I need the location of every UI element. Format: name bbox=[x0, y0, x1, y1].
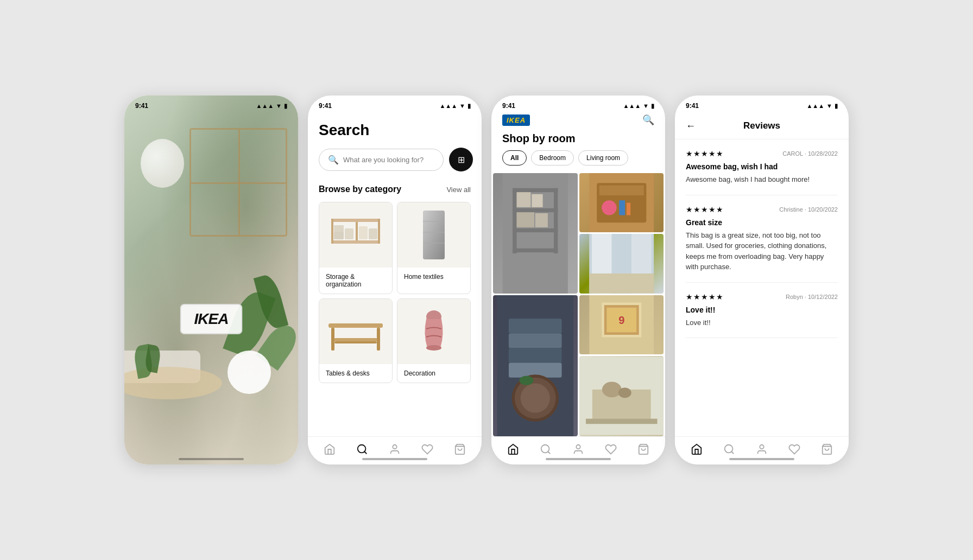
review-3-author: Robyn · 10/12/2022 bbox=[786, 294, 838, 300]
room-img-1-svg bbox=[493, 173, 578, 294]
svg-rect-33 bbox=[554, 188, 558, 253]
svg-rect-32 bbox=[513, 188, 516, 253]
wifi-icon: ▼ bbox=[276, 103, 282, 109]
ikea-logo-text: IKEA bbox=[194, 310, 229, 327]
nav-search[interactable] bbox=[356, 443, 368, 458]
reviews-home-indicator bbox=[729, 458, 794, 460]
svg-point-41 bbox=[602, 200, 616, 215]
nav-favorites[interactable] bbox=[421, 443, 433, 458]
reviews-nav-favorites[interactable] bbox=[788, 443, 800, 458]
vase-icon bbox=[418, 307, 450, 356]
room-tab-bedroom[interactable]: Bedroom bbox=[531, 150, 574, 166]
home-indicator bbox=[179, 458, 244, 460]
room-tab-living[interactable]: Living room bbox=[578, 150, 628, 166]
review-2-author: Christine · 10/20/2022 bbox=[779, 206, 838, 213]
reviews-nav-profile[interactable] bbox=[756, 443, 768, 458]
svg-rect-29 bbox=[513, 208, 558, 212]
search-icon: 🔍 bbox=[328, 155, 339, 165]
svg-rect-7 bbox=[345, 228, 353, 239]
review-2-stars: ★★★★★ bbox=[686, 205, 724, 214]
room-img-6 bbox=[579, 356, 664, 436]
svg-rect-50 bbox=[509, 319, 562, 333]
search-input-wrap[interactable]: 🔍 bbox=[319, 149, 444, 171]
room-nav-home[interactable] bbox=[507, 443, 519, 458]
svg-rect-17 bbox=[334, 338, 377, 341]
room-tabs: All Bedroom Living room bbox=[491, 150, 665, 173]
svg-text:9: 9 bbox=[618, 314, 624, 326]
room-img-3 bbox=[579, 234, 664, 293]
room-img-3-svg bbox=[579, 234, 664, 293]
review-3-stars: ★★★★★ bbox=[686, 292, 724, 301]
category-img-storage bbox=[319, 202, 392, 268]
svg-rect-10 bbox=[369, 228, 377, 239]
room-signal-icon: ▲▲▲ bbox=[623, 103, 641, 109]
nav-home[interactable] bbox=[324, 443, 336, 458]
svg-rect-4 bbox=[378, 219, 380, 244]
qr-scan-button[interactable]: ⊞ bbox=[449, 148, 473, 171]
svg-rect-37 bbox=[535, 213, 548, 227]
category-img-textiles bbox=[397, 202, 470, 268]
back-button[interactable]: ← bbox=[686, 120, 696, 132]
review-3-meta: ★★★★★ Robyn · 10/12/2022 bbox=[686, 292, 838, 301]
reviews-status-icons: ▲▲▲ ▼ ▮ bbox=[806, 103, 838, 110]
reviews-nav-cart[interactable] bbox=[821, 443, 833, 458]
search-screen: 9:41 ▲▲▲ ▼ ▮ Search 🔍 ⊞ bbox=[308, 96, 482, 464]
search-home-indicator bbox=[362, 458, 427, 460]
svg-rect-9 bbox=[359, 226, 368, 239]
category-card-decoration[interactable]: Decoration bbox=[397, 298, 471, 383]
nav-profile[interactable] bbox=[389, 443, 401, 458]
svg-point-74 bbox=[760, 445, 763, 449]
review-item-2: ★★★★★ Christine · 10/20/2022 Great size … bbox=[686, 195, 838, 283]
phone-splash: 9:41 ▲▲▲ ▼ ▮ IKEA bbox=[124, 96, 298, 464]
balloon-decoration bbox=[141, 139, 184, 188]
room-nav-favorites[interactable] bbox=[605, 443, 617, 458]
svg-line-69 bbox=[548, 451, 550, 454]
review-1-stars: ★★★★★ bbox=[686, 149, 724, 158]
svg-rect-20 bbox=[334, 341, 377, 343]
room-img-6-svg bbox=[579, 356, 664, 436]
category-card-storage[interactable]: Storage & organization bbox=[319, 202, 393, 294]
room-tab-all[interactable]: All bbox=[502, 150, 527, 166]
splash-background bbox=[124, 96, 298, 464]
room-search-icon[interactable]: 🔍 bbox=[642, 114, 654, 126]
reviews-signal-icon: ▲▲▲ bbox=[806, 103, 824, 109]
qr-icon: ⊞ bbox=[458, 155, 465, 165]
svg-line-24 bbox=[364, 451, 367, 454]
review-3-text: Love it!! bbox=[686, 317, 838, 328]
categories-grid: Storage & organization bbox=[319, 202, 471, 383]
review-3-headline: Love it!! bbox=[686, 306, 838, 314]
review-2-headline: Great size bbox=[686, 218, 838, 227]
search-status-time: 9:41 bbox=[319, 102, 332, 110]
reviews-title: Reviews bbox=[743, 120, 780, 131]
screens-container: 9:41 ▲▲▲ ▼ ▮ IKEA 9:41 ▲▲▲ ▼ ▮ bbox=[108, 79, 865, 481]
search-status-icons: ▲▲▲ ▼ ▮ bbox=[439, 103, 471, 110]
search-input[interactable] bbox=[343, 156, 434, 164]
svg-rect-31 bbox=[513, 249, 558, 252]
room-title: Shop by room bbox=[491, 126, 665, 150]
room-nav-search[interactable] bbox=[540, 443, 552, 458]
category-card-textiles[interactable]: Home textiles bbox=[397, 202, 471, 294]
nav-cart[interactable] bbox=[454, 443, 466, 458]
review-item-3: ★★★★★ Robyn · 10/12/2022 Love it!! Love … bbox=[686, 283, 838, 339]
splash-screen: 9:41 ▲▲▲ ▼ ▮ IKEA bbox=[124, 96, 298, 464]
svg-point-57 bbox=[519, 376, 533, 385]
room-nav-profile[interactable] bbox=[572, 443, 584, 458]
view-all-link[interactable]: View all bbox=[446, 186, 471, 194]
search-signal-icon: ▲▲▲ bbox=[439, 103, 457, 109]
room-img-4-svg bbox=[493, 295, 578, 436]
reviews-nav-home[interactable] bbox=[691, 443, 703, 458]
room-wifi-icon: ▼ bbox=[643, 103, 649, 109]
room-nav-cart[interactable] bbox=[637, 443, 649, 458]
category-card-tables[interactable]: Tables & desks bbox=[319, 298, 393, 383]
phone-search: 9:41 ▲▲▲ ▼ ▮ Search 🔍 ⊞ bbox=[308, 96, 482, 464]
reviews-battery-icon: ▮ bbox=[835, 103, 838, 110]
category-label-storage: Storage & organization bbox=[319, 268, 392, 294]
svg-point-22 bbox=[426, 345, 441, 351]
svg-rect-18 bbox=[331, 328, 334, 351]
status-bar: 9:41 ▲▲▲ ▼ ▮ bbox=[124, 96, 298, 113]
room-home-indicator bbox=[546, 458, 611, 460]
svg-rect-36 bbox=[517, 212, 534, 227]
review-2-meta: ★★★★★ Christine · 10/20/2022 bbox=[686, 205, 838, 214]
reviews-nav-search[interactable] bbox=[723, 443, 735, 458]
reviews-wifi-icon: ▼ bbox=[826, 103, 832, 109]
